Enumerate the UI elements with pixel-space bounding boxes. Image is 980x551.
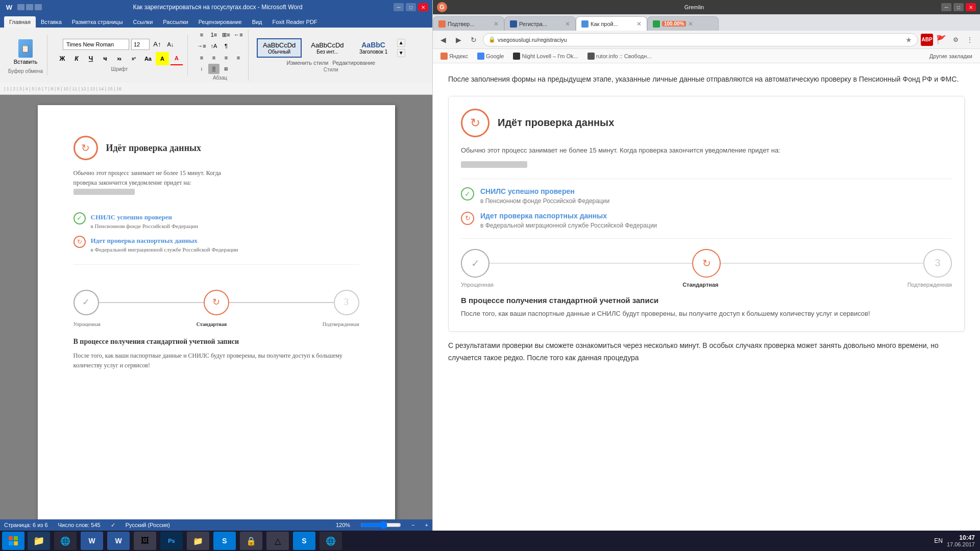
ribbon-tab-foxit[interactable]: Foxit Reader PDF [267, 16, 323, 28]
clear-format-button[interactable]: Aa [141, 52, 155, 65]
browser-tab-mail[interactable]: Подтвер... ✕ [433, 16, 504, 31]
bookmark-rutor[interactable]: rutor.info :: Свободн... [585, 52, 654, 61]
ribbon-tab-references[interactable]: Ссылки [128, 16, 158, 28]
browser-tab-mail-close[interactable]: ✕ [494, 20, 499, 28]
indent-decrease-button[interactable]: ←≡ [233, 30, 244, 40]
browser-ext-abp[interactable]: ABP [921, 34, 933, 46]
word-quick-redo[interactable] [35, 4, 42, 10]
taskbar-skype2[interactable]: S [293, 532, 315, 550]
taskbar-word2[interactable]: W [107, 532, 130, 550]
word-quick-undo[interactable] [26, 4, 33, 10]
style-scroll-down[interactable]: ▼ [397, 49, 405, 57]
browser-address-bar[interactable]: 🔒 vsegosuslugi.ru/registraciyu ★ [483, 33, 918, 46]
list-multilevel-button[interactable]: ⊞≡ [220, 30, 232, 40]
ribbon-tab-layout[interactable]: Разметка страницы [67, 16, 128, 28]
browser-ext-settings[interactable]: ⚙ [949, 34, 962, 46]
bookmark-google[interactable]: Google [475, 52, 506, 61]
browser-forward-button[interactable]: ▶ [452, 34, 464, 46]
underline-button[interactable]: Ч [84, 52, 97, 65]
word-minimize[interactable]: ─ [394, 3, 404, 11]
taskbar-word1-icon: W [88, 537, 95, 545]
browser-addr-star-icon[interactable]: ★ [905, 36, 912, 44]
card-blurred-email [461, 161, 527, 168]
style-normal[interactable]: AaBbCcDd Обычный [257, 38, 302, 58]
taskbar-word1[interactable]: W [81, 532, 103, 550]
subscript-button[interactable]: x₂ [113, 52, 126, 65]
style-scroll-up[interactable]: ▲ [397, 39, 405, 47]
sort-button[interactable]: ↑A [208, 41, 219, 51]
ribbon-tab-insert[interactable]: Вставка [36, 16, 67, 28]
word-maximize[interactable]: □ [406, 3, 416, 11]
word-quick-save[interactable] [17, 4, 24, 10]
word-doc-area[interactable]: ↻ Идёт проверка данных Обычно этот проце… [0, 95, 432, 519]
font-size-input[interactable]: 12 [131, 39, 150, 50]
browser-minimize[interactable]: ─ [941, 3, 951, 11]
bookmark-other[interactable]: Другие закладки [927, 52, 975, 60]
ribbon-tab-review[interactable]: Рецензирование [193, 16, 247, 28]
bookmark-night[interactable]: Night Lovell – I'm Ok... [510, 52, 580, 61]
word-zoom-in[interactable]: + [425, 522, 428, 528]
superscript-button[interactable]: x² [127, 52, 140, 65]
indent-increase-button[interactable]: →≡ [196, 41, 207, 51]
bold-button[interactable]: Ж [56, 52, 69, 65]
list-number-button[interactable]: 1≡ [208, 30, 219, 40]
align-justify-button[interactable]: ≡ [233, 53, 244, 63]
browser-maximize[interactable]: □ [953, 3, 964, 11]
browser-tab-percent[interactable]: 100.00% ✕ [647, 16, 719, 31]
shading-button[interactable]: ▒ [208, 64, 219, 74]
taskbar-explorer[interactable]: 📁 [28, 532, 50, 550]
browser-back-button[interactable]: ◀ [437, 34, 449, 46]
align-left-button[interactable]: ≡ [196, 53, 207, 63]
italic-button[interactable]: К [70, 52, 83, 65]
taskbar-skype[interactable]: S [213, 532, 236, 550]
ribbon-tab-mailings[interactable]: Рассылки [158, 16, 193, 28]
style-heading1[interactable]: AaBbC Заголовок 1 [353, 38, 394, 58]
align-center-button[interactable]: ≡ [208, 53, 219, 63]
browser-refresh-button[interactable]: ↻ [468, 34, 480, 46]
browser-tab-howto-close[interactable]: ✕ [636, 20, 642, 28]
borders-button[interactable]: ⊞ [220, 64, 232, 74]
line-spacing-button[interactable]: ↕ [196, 64, 207, 74]
browser-content[interactable]: После заполнения формы на предыдущем эта… [433, 63, 980, 531]
font-color-button[interactable]: A [170, 52, 183, 65]
word-zoom-out[interactable]: − [411, 522, 414, 528]
taskbar-image[interactable]: 🖼 [134, 532, 156, 550]
font-size-increase[interactable]: A↑ [152, 39, 163, 49]
taskbar-triangle[interactable]: △ [266, 532, 289, 550]
edit-button[interactable]: Редактирование [332, 60, 375, 66]
start-button[interactable] [2, 532, 24, 550]
word-zoom-slider[interactable] [360, 521, 401, 529]
taskbar-photoshop[interactable]: Ps [160, 532, 183, 550]
show-marks-button[interactable]: ¶ [220, 41, 232, 51]
card-step1-circle: ✓ [461, 249, 489, 278]
change-styles-button[interactable]: Изменить стили [286, 60, 328, 66]
browser-tab-reg-close[interactable]: ✕ [565, 20, 570, 28]
browser-close[interactable]: ✕ [966, 3, 976, 11]
bookmark-yandex[interactable]: Яндекс [438, 52, 471, 61]
taskbar-folder[interactable]: 📁 [187, 532, 209, 550]
word-close[interactable]: ✕ [418, 3, 428, 11]
doc-step2-circle: ↻ [204, 290, 229, 315]
browser-ext-more[interactable]: ⋮ [964, 34, 976, 46]
paste-button[interactable]: 📋 Вставить [11, 37, 40, 67]
browser-tab-howto[interactable]: Как прой... ✕ [576, 16, 647, 31]
highlight-button[interactable]: A [156, 52, 169, 65]
doc-passport-title: Идет проверка паспортных данных [91, 236, 238, 246]
font-size-decrease[interactable]: A↓ [165, 39, 176, 49]
list-bullet-button[interactable]: ≡ [196, 30, 207, 40]
strikethrough-button[interactable]: ч [99, 52, 112, 65]
doc-step-heading: В процессе получения стандартной учетной… [74, 336, 359, 347]
align-right-button[interactable]: ≡ [220, 53, 232, 63]
taskbar-chrome[interactable]: 🌐 [54, 532, 77, 550]
font-name-input[interactable]: Times New Roman [63, 39, 129, 50]
browser-tab-percent-close[interactable]: ✕ [688, 20, 693, 28]
browser-tab-reg[interactable]: Регистра... ✕ [504, 16, 576, 31]
style-no-spacing[interactable]: AaBbCcDd Без инт... [305, 38, 350, 58]
ribbon-tab-view[interactable]: Вид [247, 16, 267, 28]
doc-snils-item: ✓ СНИЛС успешно проверен в Пенсионном фо… [74, 212, 359, 231]
taskbar-chrome2[interactable]: 🌐 [320, 532, 342, 550]
ribbon-tab-home[interactable]: Главная [4, 16, 36, 28]
browser-ext-flag1[interactable]: 🚩 [935, 34, 947, 46]
word-word-count: Число слов: 545 [58, 522, 101, 528]
taskbar-lock[interactable]: 🔒 [240, 532, 262, 550]
